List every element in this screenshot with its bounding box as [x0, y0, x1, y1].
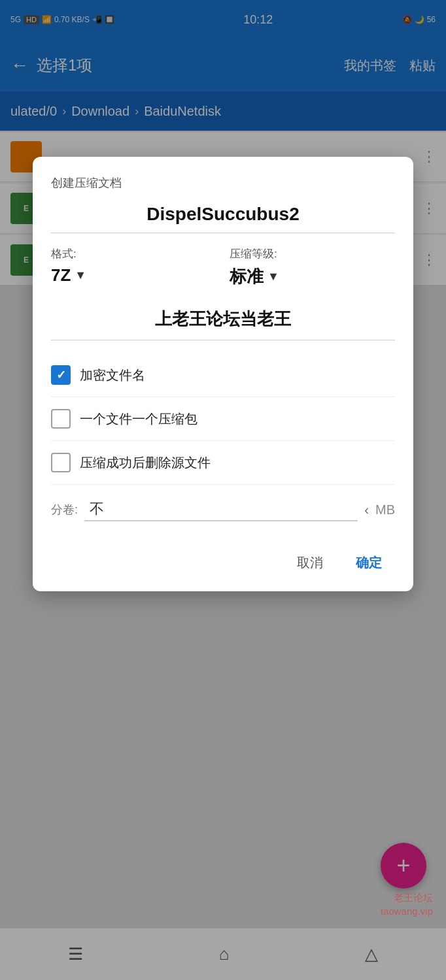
- format-group: 格式: 7Z ▼: [51, 246, 216, 286]
- checkbox-one-per-file-icon[interactable]: [51, 409, 71, 429]
- level-value: 标准: [230, 265, 264, 288]
- checkbox-one-per-file-label: 一个文件一个压缩包: [80, 410, 197, 428]
- checkbox-delete-source-label: 压缩成功后删除源文件: [80, 454, 211, 472]
- create-archive-dialog: 创建压缩文档 DispelSuccubus2 格式: 7Z ▼ 压缩等级: 标准…: [33, 157, 413, 591]
- dialog-title: 创建压缩文档: [51, 175, 395, 191]
- split-arrow-icon[interactable]: ‹: [364, 502, 369, 517]
- split-unit: MB: [375, 502, 395, 517]
- checkbox-delete-source-icon[interactable]: [51, 453, 71, 472]
- divider2: [51, 340, 395, 340]
- split-label: 分卷:: [51, 502, 78, 517]
- checkbox-encrypt-icon[interactable]: [51, 365, 71, 385]
- checkbox-one-per-file[interactable]: 一个文件一个压缩包: [51, 397, 395, 441]
- divider: [51, 233, 395, 233]
- cancel-button[interactable]: 取消: [284, 547, 336, 578]
- split-volume-row: 分卷: ‹ MB: [51, 485, 395, 528]
- level-label: 压缩等级:: [230, 246, 395, 261]
- watermark: 老王论坛 taowang.vip: [381, 890, 433, 918]
- format-value: 7Z: [51, 265, 71, 286]
- password-field[interactable]: 上老王论坛当老王: [51, 301, 395, 337]
- split-input[interactable]: [84, 498, 358, 521]
- format-dropdown-arrow: ▼: [75, 269, 86, 282]
- format-select[interactable]: 7Z ▼: [51, 265, 216, 286]
- level-select[interactable]: 标准 ▼: [230, 265, 395, 288]
- level-dropdown-arrow: ▼: [267, 270, 279, 284]
- archive-filename[interactable]: DispelSuccubus2: [51, 204, 395, 225]
- confirm-button[interactable]: 确定: [343, 547, 395, 578]
- checkbox-encrypt-label: 加密文件名: [80, 367, 145, 384]
- format-label: 格式:: [51, 246, 216, 261]
- checkbox-delete-source[interactable]: 压缩成功后删除源文件: [51, 441, 395, 485]
- level-group: 压缩等级: 标准 ▼: [230, 246, 395, 288]
- format-row: 格式: 7Z ▼ 压缩等级: 标准 ▼: [51, 246, 395, 288]
- checkbox-encrypt-filename[interactable]: 加密文件名: [51, 353, 395, 397]
- watermark-line1: 老王论坛: [381, 890, 433, 904]
- dialog-buttons: 取消 确定: [51, 541, 395, 578]
- watermark-line2: taowang.vip: [381, 904, 433, 918]
